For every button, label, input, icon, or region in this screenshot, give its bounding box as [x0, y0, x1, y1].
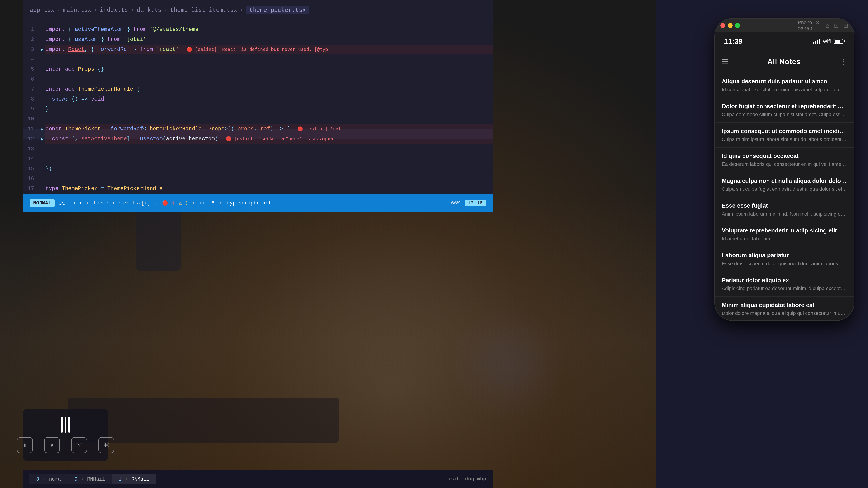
- breadcrumb-item-theme-list[interactable]: theme-list-item.tsx: [170, 7, 237, 13]
- notes-list: Aliqua deserunt duis pariatur ullamco Id…: [715, 73, 854, 321]
- more-icon[interactable]: ⋮: [839, 57, 847, 66]
- ctrl-shift-btn[interactable]: ⇧: [17, 437, 33, 453]
- breadcrumb-sep-1: ›: [57, 7, 60, 13]
- file-type: typescriptreact: [227, 200, 272, 206]
- code-line-16: [45, 174, 493, 184]
- code-line-18: export default ThemePicker: [45, 194, 493, 194]
- git-icon: ⎇: [59, 200, 65, 206]
- terminal-tab-1-label: nora: [49, 477, 61, 482]
- breadcrumb-item-main[interactable]: main.tsx: [63, 7, 91, 13]
- terminal-bar: 3 › nora 0 › RNMail 1 › RNMail craftzdog…: [23, 470, 493, 488]
- code-line-17: type ThemePicker = ThemePickerHandle: [45, 184, 493, 194]
- home-icon[interactable]: ⌂: [826, 22, 829, 29]
- ctrl-alt-btn[interactable]: ⌥: [71, 437, 87, 453]
- note-title-0: Aliqua deserunt duis pariatur ullamco: [722, 78, 847, 85]
- screen-icon[interactable]: ⊡: [834, 22, 839, 29]
- control-buttons: ⇧ ∧ ⌥ ⌘: [17, 437, 114, 453]
- zoom-level: 66%: [451, 200, 460, 206]
- error-count: 🔴 4: [162, 200, 174, 206]
- note-item-7[interactable]: Laborum aliqua pariatur Esse duis occaec…: [715, 247, 854, 272]
- note-preview-9: Dolor dolore magna aliqua aliquip qui co…: [722, 311, 847, 316]
- note-title-1: Dolor fugiat consectetur et reprehenderi…: [722, 103, 847, 110]
- code-line-15: }): [45, 164, 493, 174]
- code-line-12: const [, setActiveTheme] = useAtom(activ…: [45, 134, 493, 144]
- line-numbers: 12345 678910 1112131415 161718: [23, 20, 39, 194]
- hamburger-icon[interactable]: ☰: [722, 57, 728, 66]
- note-item-5[interactable]: Esse esse fugiat Anim ipsum laborum mini…: [715, 197, 854, 222]
- app-title: All Notes: [728, 57, 839, 66]
- note-title-3: Id quis consequat occaecat: [722, 153, 847, 160]
- editor-panel: app.tsx › main.tsx › index.ts › dark.ts …: [23, 0, 493, 213]
- branch-name: main: [69, 200, 81, 206]
- note-preview-7: Esse duis occaecat dolor quis incididunt…: [722, 261, 847, 267]
- code-content: import { activeThemeAtom } from '@/state…: [45, 20, 493, 194]
- fold-indicators: ▶ ▶ ▶: [39, 20, 45, 194]
- note-item-2[interactable]: Ipsum consequat ut commodo amet incididu…: [715, 123, 854, 148]
- pause-icon: [61, 417, 70, 433]
- warning-count: ⚠ 3: [179, 200, 188, 206]
- code-line-1: import { activeThemeAtom } from '@/state…: [45, 25, 493, 35]
- code-line-4: [45, 55, 493, 64]
- note-preview-3: Ea deserunt laboris qui consectetur enim…: [722, 161, 847, 167]
- breadcrumb-item-app[interactable]: app.tsx: [30, 7, 54, 13]
- controls-panel: ⇧ ∧ ⌥ ⌘: [23, 409, 108, 461]
- terminal-tab-1[interactable]: 3 › nora: [29, 474, 68, 484]
- note-preview-1: Culpa commodo cillum culpa nisi sint ame…: [722, 111, 847, 118]
- code-line-8: show: () => void: [45, 94, 493, 104]
- note-preview-6: Id amet amet laborum.: [722, 236, 847, 242]
- breadcrumb-sep-2: ›: [94, 7, 97, 13]
- phone-screen: 11:39 wifi: [715, 32, 854, 320]
- iphone-close-btn[interactable]: [720, 23, 725, 28]
- iphone-maximize-btn[interactable]: [735, 23, 740, 28]
- phone-indicators: wifi: [813, 38, 845, 44]
- note-title-9: Minim aliqua cupidatat labore est: [722, 302, 847, 308]
- note-item-0[interactable]: Aliqua deserunt duis pariatur ullamco Id…: [715, 73, 854, 98]
- ctrl-up-btn[interactable]: ∧: [44, 437, 60, 453]
- note-preview-5: Anim ipsum laborum minim id. Non mollit …: [722, 211, 847, 217]
- iphone-minimize-btn[interactable]: [727, 23, 733, 28]
- breadcrumb-sep-3: ›: [131, 7, 134, 13]
- code-line-9: }: [45, 104, 493, 114]
- note-preview-8: Adipisicing pariatur ea deserunt minim i…: [722, 286, 847, 291]
- breadcrumb-active[interactable]: theme-picker.tsx: [246, 6, 310, 14]
- terminal-tab-2-label: RNMail: [87, 477, 105, 482]
- note-item-8[interactable]: Pariatur dolor aliquip ex Adipisicing pa…: [715, 272, 854, 297]
- signal-icon: [813, 39, 820, 44]
- note-preview-4: Culpa sint culpa fugiat ex nostrud est a…: [722, 186, 847, 192]
- terminal-tab-2[interactable]: 0 › RNMail: [68, 474, 112, 484]
- window-controls: ⌂ ⊡ ⊞: [826, 22, 848, 29]
- status-bar: NORMAL ⎇ main › theme-picker.tsx[+] › 🔴 …: [23, 194, 493, 212]
- status-mode: NORMAL: [30, 199, 55, 207]
- cursor-position: 12:16: [465, 200, 486, 206]
- breadcrumb-item-index[interactable]: index.ts: [100, 7, 128, 13]
- iphone-frame: iPhone 13 iOS 15.4 ⌂ ⊡ ⊞ 11:39: [714, 18, 855, 321]
- note-preview-2: Culpa minim ipsum labore sint sunt do la…: [722, 136, 847, 142]
- code-line-5: interface Props {}: [45, 64, 493, 74]
- app-header: ☰ All Notes ⋮: [715, 51, 854, 73]
- code-line-13: [45, 144, 493, 154]
- note-item-4[interactable]: Magna culpa non et nulla aliqua dolor do…: [715, 172, 854, 197]
- note-item-3[interactable]: Id quis consequat occaecat Ea deserunt l…: [715, 148, 854, 172]
- iphone-model-label: iPhone 13 iOS 15.4: [797, 20, 819, 31]
- ctrl-cmd-btn[interactable]: ⌘: [98, 437, 114, 453]
- breadcrumb-item-dark[interactable]: dark.ts: [137, 7, 161, 13]
- code-line-10: [45, 114, 493, 124]
- breadcrumb-bar: app.tsx › main.tsx › index.ts › dark.ts …: [23, 0, 493, 20]
- code-area: 12345 678910 1112131415 161718 ▶ ▶ ▶: [23, 20, 493, 194]
- code-line-14: [45, 154, 493, 164]
- code-line-6: [45, 74, 493, 84]
- phone-status-bar: 11:39 wifi: [715, 32, 854, 51]
- note-title-8: Pariatur dolor aliquip ex: [722, 277, 847, 284]
- note-item-1[interactable]: Dolor fugiat consectetur et reprehenderi…: [715, 98, 854, 123]
- note-item-6[interactable]: Voluptate reprehenderit in adipisicing e…: [715, 222, 854, 247]
- terminal-tab-3[interactable]: 1 › RNMail: [112, 474, 156, 484]
- note-item-9[interactable]: Minim aliqua cupidatat labore est Dolor …: [715, 297, 854, 321]
- app-header-wrapper: ☰ All Notes ⋮: [722, 57, 847, 66]
- hostname: craftzdog-mbp: [447, 476, 486, 482]
- settings-icon[interactable]: ⊞: [843, 22, 848, 29]
- code-line-3: import React, { forwardRef } from 'react…: [45, 44, 493, 55]
- terminal-tab-3-label: RNMail: [131, 477, 149, 482]
- note-title-5: Esse esse fugiat: [722, 202, 847, 209]
- battery-icon: [834, 39, 845, 44]
- iphone-titlebar: iPhone 13 iOS 15.4 ⌂ ⊡ ⊞: [715, 19, 854, 32]
